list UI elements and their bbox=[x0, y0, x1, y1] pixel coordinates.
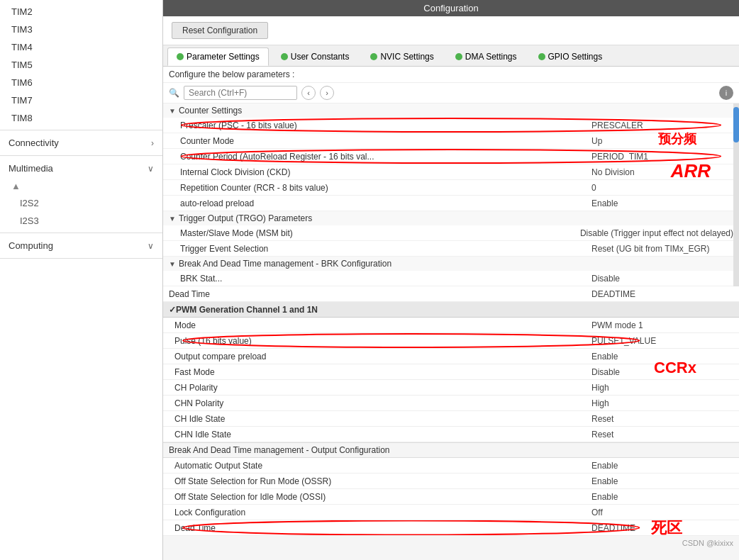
tabs-bar: Parameter Settings User Constants NVIC S… bbox=[163, 45, 739, 67]
up-arrow-icon: ▲ bbox=[11, 181, 21, 191]
param-row-ch-idle[interactable]: CH Idle State Reset bbox=[163, 411, 739, 427]
main-content: Configuration Reset Configuration Parame… bbox=[163, 0, 739, 560]
trigger-arrow: ▼ bbox=[169, 215, 176, 223]
connectivity-chevron: › bbox=[151, 138, 154, 148]
csdn-credit: CSDN @kixixx bbox=[163, 536, 739, 550]
tab-dot-4 bbox=[538, 53, 545, 60]
pwm-section-header: ✓ PWM Generation Channel 1 and 1N bbox=[163, 302, 739, 318]
upper-params-panel: ▼ Counter Settings Prescaler (PSC - 16 b… bbox=[163, 103, 739, 286]
search-next-button[interactable]: › bbox=[320, 86, 334, 100]
param-row-chn-idle[interactable]: CHN Idle State Reset bbox=[163, 427, 739, 442]
search-icon: 🔍 bbox=[169, 88, 179, 98]
reset-config-button[interactable]: Reset Configuration bbox=[172, 22, 268, 39]
param-row-pwm-mode[interactable]: Mode PWM mode 1 bbox=[163, 318, 739, 333]
param-row-off-idle[interactable]: Off State Selection for Idle Mode (OSSI)… bbox=[163, 489, 739, 505]
param-row-pulse[interactable]: Pulse (16 bits value) PULSE1_VALUE bbox=[163, 333, 739, 349]
param-row-autoreload[interactable]: auto-reload preload Enable bbox=[163, 196, 739, 211]
tab-dma-settings[interactable]: DMA Settings bbox=[446, 47, 526, 66]
sidebar: TIM2 TIM3 TIM4 TIM5 TIM6 TIM7 TIM8 Conne… bbox=[0, 0, 163, 560]
param-row-counter-period[interactable]: Counter Period (AutoReload Register - 16… bbox=[163, 149, 739, 164]
configure-label: Configure the below parameters : bbox=[163, 67, 739, 83]
param-row-clock-div[interactable]: Internal Clock Division (CKD) No Divisio… bbox=[163, 164, 739, 180]
multimedia-chevron: ∨ bbox=[148, 164, 154, 174]
scroll-thumb bbox=[733, 107, 739, 142]
lower-section: Dead Time DEADTIME ✓ PWM Generation Chan… bbox=[163, 286, 739, 560]
sidebar-item-tim8[interactable]: TIM8 bbox=[0, 109, 162, 127]
search-area: 🔍 ‹ › i bbox=[163, 83, 739, 103]
break-dead-top-header: ▼ Break And Dead Time management - BRK C… bbox=[163, 257, 739, 271]
reset-area: Reset Configuration bbox=[163, 16, 739, 45]
param-row-msm[interactable]: Master/Slave Mode (MSM bit) Disable (Tri… bbox=[163, 225, 739, 241]
sidebar-item-tim6[interactable]: TIM6 bbox=[0, 74, 162, 91]
tab-gpio-settings[interactable]: GPIO Settings bbox=[529, 47, 612, 66]
param-row-ch-polarity[interactable]: CH Polarity High bbox=[163, 380, 739, 396]
info-button[interactable]: i bbox=[719, 86, 733, 100]
sidebar-item-i2s3[interactable]: I2S3 bbox=[0, 212, 162, 230]
param-row-auto-output[interactable]: Automatic Output State Enable bbox=[163, 458, 739, 474]
computing-chevron: ∨ bbox=[148, 241, 154, 251]
param-row-dead-time[interactable]: Dead Time DEADTIME 死区 bbox=[163, 520, 739, 536]
sidebar-item-tim5[interactable]: TIM5 bbox=[0, 56, 162, 74]
param-row-output-preload[interactable]: Output compare preload Enable bbox=[163, 349, 739, 364]
break-output-header: Break And Dead Time management - Output … bbox=[163, 442, 739, 458]
sidebar-item-i2s2[interactable]: I2S2 bbox=[0, 194, 162, 212]
tab-dot-1 bbox=[281, 53, 288, 60]
counter-settings-header: ▼ Counter Settings bbox=[163, 103, 739, 118]
trigger-output-header: ▼ Trigger Output (TRGO) Parameters bbox=[163, 211, 739, 225]
param-row-prescaler[interactable]: Prescaler (PSC - 16 bits value) PRESCALE… bbox=[163, 118, 739, 133]
sidebar-category-connectivity[interactable]: Connectivity › bbox=[0, 133, 162, 152]
break-arrow: ▼ bbox=[169, 260, 176, 268]
param-row-fast-mode[interactable]: Fast Mode Disable CCRx bbox=[163, 364, 739, 380]
param-row-brk-stat[interactable]: BRK Stat... Disable bbox=[163, 271, 739, 286]
param-row-trigger-event[interactable]: Trigger Event Selection Reset (UG bit fr… bbox=[163, 241, 739, 257]
param-row-lock[interactable]: Lock Configuration Off bbox=[163, 505, 739, 520]
sidebar-category-computing[interactable]: Computing ∨ bbox=[0, 236, 162, 255]
param-row-counter-mode[interactable]: Counter Mode Up bbox=[163, 133, 739, 149]
divider3 bbox=[0, 233, 162, 233]
tab-parameter-settings[interactable]: Parameter Settings bbox=[167, 47, 269, 66]
divider2 bbox=[0, 155, 162, 156]
sidebar-item-tim7[interactable]: TIM7 bbox=[0, 91, 162, 109]
tab-dot-0 bbox=[177, 53, 184, 60]
sidebar-item-tim3[interactable]: TIM3 bbox=[0, 21, 162, 38]
divider1 bbox=[0, 130, 162, 130]
sidebar-item-tim4[interactable]: TIM4 bbox=[0, 38, 162, 56]
counter-settings-arrow: ▼ bbox=[169, 107, 176, 115]
sidebar-category-multimedia[interactable]: Multimedia ∨ bbox=[0, 159, 162, 178]
tab-dot-3 bbox=[455, 53, 462, 60]
param-row-repetition[interactable]: Repetition Counter (RCR - 8 bits value) … bbox=[163, 180, 739, 196]
sidebar-item-tim2[interactable]: TIM2 bbox=[0, 3, 162, 21]
dead-time-top-row[interactable]: Dead Time DEADTIME bbox=[163, 286, 739, 302]
param-row-off-run[interactable]: Off State Selection for Run Mode (OSSR) … bbox=[163, 474, 739, 489]
divider4 bbox=[0, 258, 162, 259]
config-header: Configuration bbox=[163, 0, 739, 16]
tab-user-constants[interactable]: User Constants bbox=[272, 47, 359, 66]
tab-nvic-settings[interactable]: NVIC Settings bbox=[361, 47, 443, 66]
param-row-chn-polarity[interactable]: CHN Polarity High bbox=[163, 396, 739, 411]
tab-dot-2 bbox=[370, 53, 377, 60]
search-input[interactable] bbox=[184, 86, 297, 100]
search-prev-button[interactable]: ‹ bbox=[301, 86, 316, 100]
scroll-track[interactable] bbox=[733, 103, 739, 286]
